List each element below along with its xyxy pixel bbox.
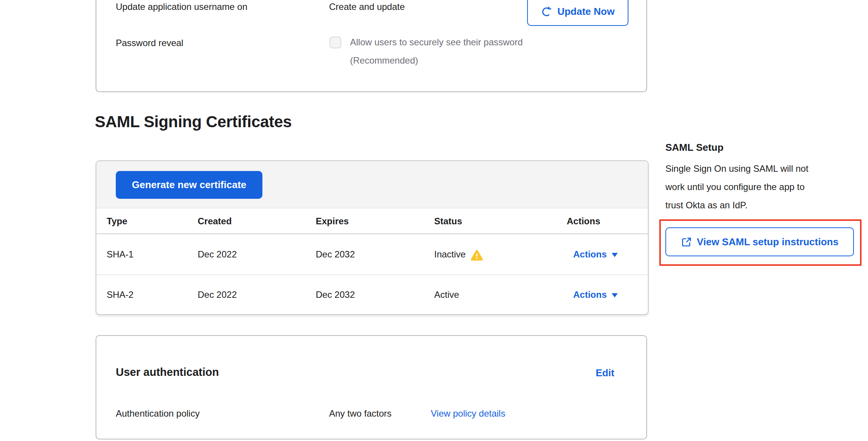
- sign-on-settings-card: Update application username on Create an…: [96, 0, 647, 92]
- username-update-label: Update application username on: [116, 2, 248, 12]
- certificates-toolbar: Generate new certificate: [96, 161, 648, 208]
- update-now-label: Update Now: [557, 6, 614, 18]
- view-policy-details-link[interactable]: View policy details: [431, 408, 505, 419]
- saml-setup-heading: SAML Setup: [665, 142, 724, 153]
- column-header-status: Status: [434, 208, 462, 234]
- view-saml-setup-instructions-button[interactable]: View SAML setup instructions: [665, 227, 854, 256]
- refresh-icon: [541, 6, 552, 18]
- update-now-button[interactable]: Update Now: [527, 0, 628, 26]
- actions-dropdown[interactable]: Actions: [573, 234, 618, 275]
- certificates-panel: Generate new certificate Type Created Ex…: [96, 160, 649, 315]
- external-link-icon: [681, 236, 692, 248]
- password-reveal-label: Password reveal: [116, 38, 183, 48]
- cell-created: Dec 2022: [198, 234, 237, 275]
- cell-created: Dec 2022: [198, 275, 237, 314]
- chevron-down-icon: [612, 293, 618, 297]
- password-reveal-checkbox-label: Allow users to securely see their passwo…: [350, 33, 523, 70]
- chevron-down-icon: [612, 253, 618, 257]
- table-row-sha1: SHA-1 Dec 2022 Dec 2032 Inactive Actions: [96, 234, 648, 275]
- cell-type: SHA-1: [107, 234, 134, 275]
- authentication-policy-value: Any two factors: [329, 408, 392, 419]
- username-update-value: Create and update: [329, 2, 405, 12]
- warning-icon: [471, 249, 483, 261]
- edit-link[interactable]: Edit: [596, 367, 614, 379]
- cell-expires: Dec 2032: [316, 275, 355, 314]
- authentication-policy-label: Authentication policy: [116, 408, 200, 419]
- cell-status: Active: [434, 275, 459, 314]
- password-reveal-checkbox[interactable]: [329, 37, 341, 48]
- cell-expires: Dec 2032: [316, 234, 355, 275]
- actions-dropdown[interactable]: Actions: [573, 275, 618, 314]
- user-authentication-heading: User authentication: [116, 366, 219, 379]
- saml-signing-certificates-heading: SAML Signing Certificates: [95, 113, 292, 131]
- column-header-expires: Expires: [316, 208, 349, 234]
- cell-status: Inactive: [434, 234, 483, 275]
- cell-type: SHA-2: [107, 275, 134, 314]
- column-header-type: Type: [107, 208, 127, 234]
- certificates-table-header: Type Created Expires Status Actions: [96, 208, 648, 234]
- saml-setup-description: Single Sign On using SAML will not work …: [665, 160, 868, 214]
- user-authentication-card: User authentication Edit Authentication …: [96, 335, 647, 439]
- column-header-created: Created: [198, 208, 232, 234]
- column-header-actions: Actions: [567, 208, 600, 234]
- saml-settings-page: Update application username on Create an…: [0, 0, 868, 441]
- table-row-sha2: SHA-2 Dec 2022 Dec 2032 Active Actions: [96, 275, 648, 314]
- view-saml-setup-instructions-label: View SAML setup instructions: [697, 236, 839, 248]
- generate-certificate-button[interactable]: Generate new certificate: [116, 171, 262, 199]
